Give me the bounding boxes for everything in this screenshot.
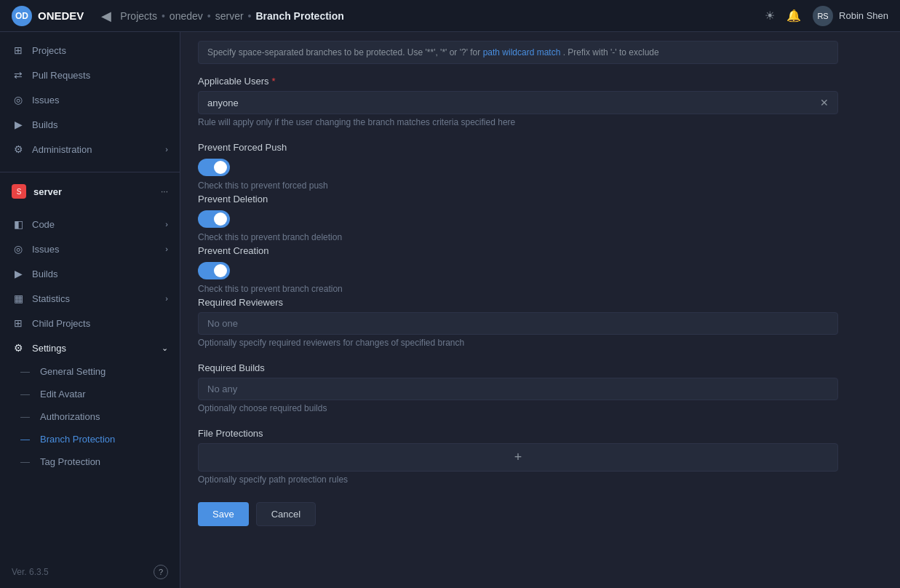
- dash-icon-2: —: [20, 389, 30, 400]
- prevent-creation-hint: Check this to prevent branch creation: [198, 284, 838, 294]
- sidebar-label-project-issues: Issues: [32, 244, 60, 255]
- prevent-creation-toggle[interactable]: [198, 262, 230, 279]
- prevent-deletion-hint: Check this to prevent branch deletion: [198, 232, 838, 242]
- prevent-creation-section: Prevent Creation Check this to prevent b…: [198, 245, 838, 294]
- file-protections-container: +: [198, 443, 838, 472]
- required-star: *: [272, 76, 276, 87]
- topnav-right: ☀ 🔔 RS Robin Shen: [765, 6, 888, 26]
- sidebar-label-administration: Administration: [32, 144, 92, 155]
- breadcrumb-projects[interactable]: Projects: [120, 10, 157, 22]
- breadcrumb-dot-2: •: [207, 10, 211, 22]
- theme-toggle-icon[interactable]: ☀: [765, 9, 775, 23]
- required-builds-field: Required Builds No any Optionally choose…: [198, 362, 838, 413]
- project-name: server: [33, 186, 154, 197]
- project-nav: ◧ Code › ◎ Issues › ▶ Builds ▦ Statistic…: [0, 206, 180, 479]
- required-reviewers-placeholder: No one: [207, 318, 238, 329]
- sidebar-item-child-projects[interactable]: ⊞ Child Projects: [0, 311, 180, 335]
- hint-text-before: Specify space-separated branches to be p…: [207, 47, 480, 57]
- sidebar-item-code[interactable]: ◧ Code ›: [0, 212, 180, 237]
- toggle-knob-1: [214, 161, 227, 174]
- prevent-deletion-label: Prevent Deletion: [198, 194, 838, 204]
- sidebar-subitem-general-setting[interactable]: — General Setting: [0, 360, 180, 383]
- issues-icon: ◎: [12, 94, 25, 106]
- sidebar-item-project-issues[interactable]: ◎ Issues ›: [0, 237, 180, 261]
- sidebar-label-pull-requests: Pull Requests: [32, 70, 90, 81]
- sidebar-subitem-edit-avatar[interactable]: — Edit Avatar: [0, 383, 180, 405]
- help-icon[interactable]: ?: [154, 565, 168, 579]
- sidebar-subitem-branch-protection[interactable]: — Branch Protection: [0, 428, 180, 450]
- notifications-icon[interactable]: 🔔: [786, 9, 801, 23]
- project-actions-icon[interactable]: ···: [161, 186, 168, 196]
- project-builds-icon: ▶: [12, 268, 25, 279]
- collapse-sidebar-button[interactable]: ◀: [101, 8, 111, 24]
- prevent-forced-push-toggle-wrapper: [198, 159, 838, 176]
- app-logo[interactable]: OD ONEDEV: [12, 6, 84, 26]
- prevent-creation-label: Prevent Creation: [198, 245, 838, 256]
- required-reviewers-field: Required Reviewers No one Optionally spe…: [198, 297, 838, 348]
- required-builds-label: Required Builds: [198, 362, 838, 373]
- topnav: OD ONEDEV ◀ Projects • onedev • server •…: [0, 0, 900, 32]
- sidebar-item-projects[interactable]: ⊞ Projects: [0, 38, 180, 63]
- avatar: RS: [813, 6, 833, 26]
- action-buttons: Save Cancel: [198, 502, 838, 526]
- sidebar-item-settings[interactable]: ⚙ Settings ⌄: [0, 335, 180, 360]
- user-name: Robin Shen: [839, 10, 888, 21]
- builds-icon: ▶: [12, 119, 25, 130]
- cancel-button[interactable]: Cancel: [256, 502, 316, 526]
- sidebar-label-settings: Settings: [32, 343, 66, 354]
- sidebar-item-builds[interactable]: ▶ Builds: [0, 112, 180, 137]
- required-builds-hint: Optionally choose required builds: [198, 403, 838, 413]
- sidebar-subitem-authorizations[interactable]: — Authorizations: [0, 405, 180, 428]
- global-nav: ⊞ Projects ⇄ Pull Requests ◎ Issues ▶ Bu…: [0, 32, 180, 167]
- prevent-forced-push-hint: Check this to prevent forced push: [198, 180, 838, 191]
- breadcrumb-onedev[interactable]: onedev: [170, 10, 203, 22]
- sidebar-label-project-builds: Builds: [32, 269, 57, 279]
- sidebar-sublabel-branch-protection: Branch Protection: [40, 434, 115, 445]
- prevent-forced-push-label: Prevent Forced Push: [198, 142, 838, 153]
- sidebar-item-pull-requests[interactable]: ⇄ Pull Requests: [0, 63, 180, 87]
- add-file-protection-button[interactable]: +: [514, 450, 522, 465]
- sidebar-sublabel-tag-protection: Tag Protection: [40, 456, 100, 467]
- settings-arrow-icon: ⌄: [162, 343, 168, 353]
- prevent-deletion-section: Prevent Deletion Check this to prevent b…: [198, 194, 838, 242]
- wildcard-link[interactable]: path wildcard match: [483, 47, 561, 57]
- admin-icon: ⚙: [12, 143, 25, 155]
- required-reviewers-select[interactable]: No one: [198, 312, 838, 335]
- settings-icon: ⚙: [12, 342, 25, 354]
- sidebar-item-issues[interactable]: ◎ Issues: [0, 87, 180, 112]
- applicable-users-clear-button[interactable]: ✕: [820, 97, 829, 108]
- statistics-icon: ▦: [12, 293, 25, 304]
- sidebar-item-statistics[interactable]: ▦ Statistics ›: [0, 286, 180, 311]
- prevent-deletion-toggle[interactable]: [198, 210, 230, 228]
- toggle-knob-3: [214, 264, 227, 277]
- sidebar: ⊞ Projects ⇄ Pull Requests ◎ Issues ▶ Bu…: [0, 32, 180, 588]
- breadcrumb-dot-1: •: [162, 10, 165, 22]
- version-text: Ver. 6.3.5: [12, 567, 49, 577]
- toggle-knob-2: [214, 212, 227, 226]
- main-content: Specify space-separated branches to be p…: [180, 32, 900, 588]
- required-builds-select[interactable]: No any: [198, 378, 838, 400]
- user-menu[interactable]: RS Robin Shen: [813, 6, 888, 26]
- file-protections-field: File Protections + Optionally specify pa…: [198, 428, 838, 485]
- sidebar-divider-1: [0, 172, 180, 172]
- project-header[interactable]: S server ···: [0, 177, 180, 206]
- dash-icon-5: —: [20, 456, 30, 467]
- dash-icon-1: —: [20, 366, 30, 377]
- applicable-users-input[interactable]: anyone ✕: [198, 91, 838, 114]
- sidebar-subitem-tag-protection[interactable]: — Tag Protection: [0, 450, 180, 473]
- breadcrumb-dot-3: •: [248, 10, 252, 22]
- version-area: Ver. 6.3.5 ?: [0, 556, 180, 588]
- pull-requests-icon: ⇄: [12, 69, 25, 81]
- sidebar-sublabel-authorizations: Authorizations: [40, 411, 100, 422]
- save-button[interactable]: Save: [198, 502, 249, 526]
- prevent-forced-push-toggle[interactable]: [198, 159, 230, 176]
- sidebar-label-issues: Issues: [32, 95, 60, 106]
- project-issues-icon: ◎: [12, 243, 25, 255]
- admin-arrow-icon: ›: [165, 145, 168, 154]
- branch-protection-form: Specify space-separated branches to be p…: [198, 32, 838, 526]
- sidebar-item-administration[interactable]: ⚙ Administration ›: [0, 137, 180, 162]
- sidebar-item-project-builds[interactable]: ▶ Builds: [0, 261, 180, 286]
- breadcrumb-server[interactable]: server: [215, 10, 244, 22]
- sidebar-sublabel-general-setting: General Setting: [40, 366, 105, 377]
- prevent-creation-toggle-wrapper: [198, 262, 838, 279]
